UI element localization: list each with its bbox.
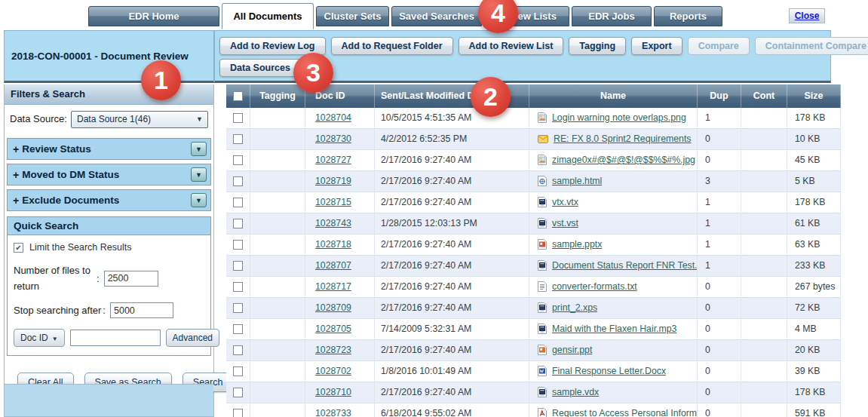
document-name-link[interactable]: Request to Access Personal Information.p…	[552, 408, 698, 417]
filter-section-exclude-documents[interactable]: +Exclude Documents▼	[7, 189, 211, 211]
column-header-size: Size	[787, 84, 841, 108]
name-cell: gensir.ppt	[529, 340, 698, 360]
dropdown-arrow-icon: ▼	[196, 112, 203, 127]
doc-id-cell: 1028719	[305, 171, 375, 191]
doc-id-link[interactable]: 1028719	[315, 176, 351, 186]
document-name-link[interactable]: print_2.xps	[552, 302, 597, 313]
document-name-link[interactable]: vst.vst	[552, 218, 578, 228]
tab-reports[interactable]: Reports	[654, 6, 722, 26]
annotation-callout-1: 1	[141, 60, 181, 100]
date-cell: 2/17/2016 9:27:40 AM	[375, 150, 529, 170]
row-checkbox[interactable]	[233, 176, 243, 186]
quick-search-input[interactable]	[70, 330, 161, 346]
document-name-link[interactable]: sample.vdx	[552, 387, 599, 397]
name-cell: Maid with the Flaxen Hair.mp3	[529, 319, 698, 339]
document-name-link[interactable]: vtx.vtx	[552, 197, 578, 207]
document-name-link[interactable]: gensir.ppt	[552, 345, 592, 355]
row-checkbox[interactable]	[233, 261, 243, 271]
filters-sidebar: Filters & Search Data Source: Data Sourc…	[4, 84, 214, 417]
row-checkbox[interactable]	[233, 366, 243, 376]
doc-id-link[interactable]: 1028707	[315, 260, 351, 271]
tagging-cell	[250, 340, 305, 360]
row-checkbox[interactable]	[233, 198, 243, 207]
tab-saved-searches[interactable]: Saved Searches	[391, 6, 482, 26]
doc-id-link[interactable]: 1028743	[315, 218, 351, 228]
tab-cluster-sets[interactable]: Cluster Sets	[316, 6, 389, 26]
doc-id-link[interactable]: 1028702	[315, 366, 351, 376]
row-checkbox[interactable]	[233, 303, 243, 313]
tab-all-documents[interactable]: All Documents	[222, 3, 314, 29]
select-all-checkbox[interactable]	[233, 91, 243, 101]
close-link[interactable]: Close	[789, 8, 825, 23]
data-source-select[interactable]: Data Source 1(46) ▼	[71, 111, 208, 128]
quick-search-header: Quick Search	[8, 217, 210, 235]
export-button[interactable]: Export	[631, 37, 682, 55]
doc-id-link[interactable]: 1028705	[315, 323, 351, 334]
row-checkbox[interactable]	[233, 113, 243, 123]
document-name-link[interactable]: zimage0x#@$#@$!@$$%$#%.jpg	[552, 155, 695, 165]
date-cell: 2/17/2016 9:27:40 AM	[375, 298, 529, 317]
tagging-cell	[250, 235, 305, 254]
doc-id-link[interactable]: 1028733	[315, 408, 351, 417]
doc-id-cell: 1028705	[305, 319, 375, 339]
row-checkbox[interactable]	[233, 345, 243, 355]
row-checkbox[interactable]	[233, 134, 243, 144]
table-row: 10287092/17/2016 9:27:40 AMprint_2.xps07…	[226, 298, 841, 319]
chevron-down-icon[interactable]: ▼	[191, 142, 207, 156]
tagging-button[interactable]: Tagging	[569, 37, 626, 55]
cont-cell	[741, 192, 787, 212]
limit-results-checkbox[interactable]: ✔	[14, 243, 23, 253]
doc-id-link[interactable]: 1028730	[315, 133, 351, 144]
document-name-link[interactable]: sample.html	[552, 176, 602, 186]
doc-id-link[interactable]: 1028710	[315, 387, 351, 397]
document-name-link[interactable]: converter-formats.txt	[552, 281, 637, 292]
doc-id-link[interactable]: 1028709	[315, 302, 351, 313]
row-checkbox[interactable]	[233, 324, 243, 334]
add-to-review-list-button[interactable]: Add to Review List	[459, 37, 564, 55]
table-row: 10287072/17/2016 9:27:40 AMDocument Stat…	[226, 256, 841, 277]
document-name-link[interactable]: Document Status Report FNR Test.rtf	[552, 260, 698, 271]
size-cell: 267 bytes	[787, 277, 841, 296]
date-cell: 10/5/2015 4:51:35 AM	[375, 108, 529, 127]
doc-id-link[interactable]: 1028723	[315, 345, 351, 355]
doc-id-link[interactable]: 1028704	[315, 112, 351, 123]
document-name-link[interactable]: Final Response Letter.Docx	[552, 366, 666, 376]
filter-section-moved-to-dm-status[interactable]: +Moved to DM Status▼	[7, 164, 211, 186]
tab-edr-jobs[interactable]: EDR Jobs	[572, 6, 652, 26]
tagging-cell	[250, 108, 305, 127]
tab-edr-home[interactable]: EDR Home	[88, 6, 219, 26]
stop-searching-input[interactable]	[110, 302, 173, 318]
advanced-button[interactable]: Advanced	[166, 329, 219, 347]
chevron-down-icon[interactable]: ▼	[191, 193, 207, 207]
doc-icon	[538, 218, 547, 228]
row-select-cell	[226, 319, 250, 339]
column-header-cont: Cont	[741, 84, 787, 108]
table-row: 10287021/8/2016 10:01:49 AMFinal Respons…	[226, 361, 841, 382]
size-cell: 178 KB	[787, 192, 841, 212]
document-name-link[interactable]: Maid with the Flaxen Hair.mp3	[552, 323, 676, 334]
tagging-cell	[250, 277, 305, 296]
row-select-cell	[226, 340, 250, 360]
doc-id-link[interactable]: 1028718	[315, 239, 351, 250]
documents-table: TaggingDoc IDSent/Last Modified DateName…	[226, 84, 841, 417]
document-name-link[interactable]: RE: FX 8.0 Sprint2 Requirements	[554, 133, 691, 144]
row-checkbox[interactable]	[233, 409, 243, 417]
chevron-down-icon[interactable]: ▼	[191, 167, 207, 182]
field-selector-dropdown[interactable]: Doc ID▼	[14, 329, 65, 347]
row-checkbox[interactable]	[233, 240, 243, 250]
row-select-cell	[226, 403, 250, 417]
data-sources-button[interactable]: Data Sources	[219, 59, 301, 77]
row-checkbox[interactable]	[233, 388, 243, 397]
filter-section-review-status[interactable]: +Review Status▼	[7, 138, 211, 160]
row-checkbox[interactable]	[233, 155, 243, 165]
number-of-files-input[interactable]	[104, 271, 158, 287]
doc-id-link[interactable]: 1028727	[315, 155, 351, 165]
document-name-link[interactable]: Login warning note overlaps.png	[552, 112, 686, 123]
row-checkbox[interactable]	[233, 219, 243, 228]
doc-id-link[interactable]: 1028717	[315, 281, 351, 292]
row-checkbox[interactable]	[233, 282, 243, 292]
add-to-request-folder-button[interactable]: Add to Request Folder	[331, 37, 453, 55]
doc-id-cell: 1028715	[305, 192, 375, 212]
doc-id-link[interactable]: 1028715	[315, 197, 351, 207]
document-name-link[interactable]: sample.pptx	[552, 239, 602, 250]
